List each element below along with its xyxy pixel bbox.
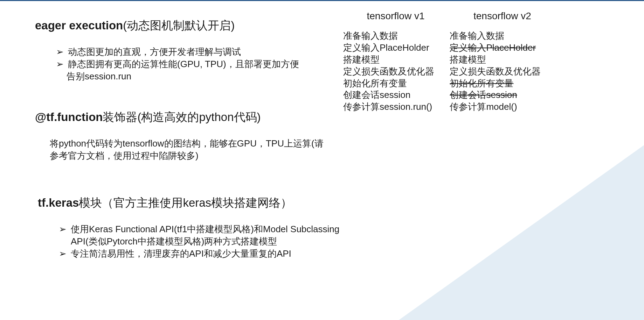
heading-tf-keras: tf.keras模块（官方主推使用keras模块搭建网络）: [38, 195, 363, 211]
list-item: ➢ 专注简洁易用性，清理废弃的API和减少大量重复的API: [59, 248, 363, 260]
column-tf-v2: tensorflow v2 准备输入数据定义输入PlaceHolder搭建模型定…: [450, 10, 555, 113]
bullet-marker-icon: ➢: [56, 46, 64, 58]
column-header: tensorflow v2: [450, 10, 555, 22]
bullet-text: 专注简洁易用性，清理废弃的API和减少大量重复的API: [71, 248, 291, 260]
table-row: 准备输入数据: [450, 30, 555, 42]
bullet-text: 动态图更加的直观，方便开发者理解与调试: [68, 46, 241, 58]
table-row: 初始化所有变量: [343, 78, 448, 90]
paragraph-tf-function: 将python代码转为tensorflow的图结构，能够在GPU，TPU上运算(…: [50, 137, 330, 162]
heading-rest: 装饰器(构造高效的python代码): [103, 111, 261, 123]
bullet-continuation: 告别session.run: [67, 70, 299, 83]
table-row: 准备输入数据: [343, 30, 448, 42]
column-body: 准备输入数据定义输入PlaceHolder搭建模型定义损失函数及优化器初始化所有…: [450, 30, 555, 113]
section-tf-keras: tf.keras模块（官方主推使用keras模块搭建网络） ➢ 使用Keras …: [38, 195, 363, 260]
table-row: 定义输入PlaceHolder: [450, 42, 555, 54]
bullet-marker-icon: ➢: [59, 248, 67, 260]
heading-eager: eager execution(动态图机制默认开启): [35, 18, 299, 34]
heading-rest: 模块（官方主推使用keras模块搭建网络）: [79, 196, 292, 209]
bullet-marker-icon: ➢: [56, 58, 64, 70]
table-row: 定义输入PlaceHolder: [343, 42, 448, 54]
table-row: 传参计算session.run(): [343, 101, 448, 113]
table-row: 创建会话session: [343, 89, 448, 101]
bullet-marker-icon: ➢: [59, 223, 67, 248]
decorative-triangle: [399, 145, 644, 320]
table-row: 初始化所有变量: [450, 78, 555, 90]
column-body: 准备输入数据定义输入PlaceHolder搭建模型定义损失函数及优化器初始化所有…: [343, 30, 448, 113]
table-row: 搭建模型: [450, 54, 555, 66]
column-tf-v1: tensorflow v1 准备输入数据定义输入PlaceHolder搭建模型定…: [343, 10, 448, 113]
list-item: ➢ 动态图更加的直观，方便开发者理解与调试: [56, 46, 299, 58]
table-row: 搭建模型: [343, 54, 448, 66]
section-tf-function: @tf.function装饰器(构造高效的python代码) 将python代码…: [35, 109, 330, 162]
table-row: 定义损失函数及优化器: [450, 66, 555, 78]
bullets-keras: ➢ 使用Keras Functional API(tf1中搭建模型风格)和Mod…: [59, 223, 363, 260]
heading-bold: eager execution: [35, 19, 123, 32]
table-row: 创建会话session: [450, 89, 555, 101]
bullets-eager: ➢ 动态图更加的直观，方便开发者理解与调试 ➢ 静态图拥有更高的运算性能(GPU…: [56, 46, 299, 83]
column-header: tensorflow v1: [343, 10, 448, 22]
heading-bold: @tf.function: [35, 111, 103, 123]
heading-tf-function: @tf.function装饰器(构造高效的python代码): [35, 109, 330, 125]
bullet-text: 静态图拥有更高的运算性能(GPU, TPU)，且部署更加方便: [68, 58, 299, 70]
table-row: 定义损失函数及优化器: [343, 66, 448, 78]
list-item: ➢ 静态图拥有更高的运算性能(GPU, TPU)，且部署更加方便: [56, 58, 299, 70]
section-eager-execution: eager execution(动态图机制默认开启) ➢ 动态图更加的直观，方便…: [35, 18, 299, 83]
table-row: 传参计算model(): [450, 101, 555, 113]
heading-bold: tf.keras: [38, 196, 79, 209]
list-item: ➢ 使用Keras Functional API(tf1中搭建模型风格)和Mod…: [59, 223, 363, 248]
heading-rest: (动态图机制默认开启): [123, 19, 235, 32]
bullet-text: 使用Keras Functional API(tf1中搭建模型风格)和Model…: [71, 223, 363, 248]
comparison-table: tensorflow v1 准备输入数据定义输入PlaceHolder搭建模型定…: [343, 10, 555, 113]
